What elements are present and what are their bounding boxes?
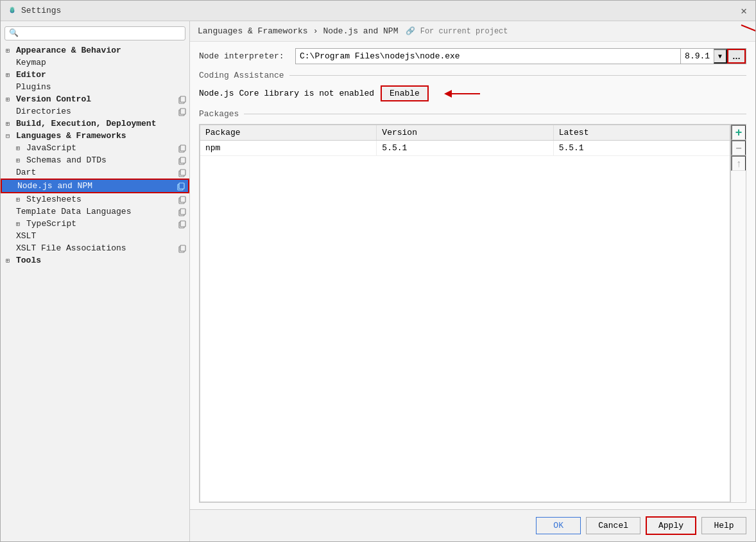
sidebar-item-directories[interactable]: Directories	[1, 105, 189, 118]
sidebar-item-build[interactable]: ⊞ Build, Execution, Deployment	[1, 118, 189, 130]
sidebar: ⊞ Appearance & Behavior Keymap ⊞ Editor …	[1, 21, 190, 541]
breadcrumb-path: Languages & Frameworks	[198, 26, 308, 36]
expand-icon: ⊞	[6, 47, 13, 55]
close-button[interactable]: ✕	[739, 6, 749, 16]
coding-assistance-row: Node.js Core library is not enabled Enab…	[199, 85, 746, 101]
sidebar-item-label: TypeScript	[26, 219, 76, 229]
cell-latest: 5.5.1	[554, 141, 730, 155]
copy-icon	[178, 168, 187, 177]
library-message: Node.js Core library is not enabled	[199, 89, 374, 98]
node-interpreter-row: Node interpreter: 8.9.1 ▼ …	[199, 48, 746, 64]
sidebar-item-xslt[interactable]: XSLT	[1, 230, 189, 242]
help-button[interactable]: Help	[701, 517, 746, 534]
apply-button[interactable]: Apply	[646, 516, 696, 535]
right-panel: Languages & Frameworks › Node.js and NPM…	[190, 21, 755, 509]
copy-icon	[178, 95, 187, 104]
copy-icon	[178, 207, 187, 216]
node-interpreter-input[interactable]	[296, 49, 680, 64]
svg-rect-14	[180, 197, 185, 202]
node-interpreter-label: Node interpreter:	[199, 51, 295, 61]
sidebar-item-stylesheets[interactable]: ⊞ Stylesheets	[1, 193, 189, 205]
title-bar-left: Settings	[7, 6, 61, 16]
bottom-bar: OK Cancel Apply Help	[190, 509, 755, 541]
expand-icon: ⊞	[16, 220, 24, 228]
expand-minus-icon: ⊟	[6, 132, 13, 140]
enable-button[interactable]: Enable	[381, 85, 429, 101]
svg-rect-8	[180, 157, 185, 163]
sidebar-item-label: Schemas and DTDs	[26, 155, 107, 165]
table-header: Package Version Latest	[200, 125, 730, 141]
sidebar-item-label: Stylesheets	[26, 195, 82, 204]
sidebar-item-template-data[interactable]: Template Data Languages	[1, 205, 189, 218]
title-bar: Settings ✕	[1, 1, 755, 21]
svg-rect-12	[179, 183, 184, 189]
coding-assistance-section: Coding Assistance	[199, 71, 746, 80]
copy-icon	[178, 144, 187, 153]
expand-icon: ⊞	[16, 157, 24, 164]
breadcrumb-project: 🔗 For current project	[406, 26, 508, 36]
sidebar-item-typescript[interactable]: ⊞ TypeScript	[1, 218, 189, 230]
sidebar-item-label: Template Data Languages	[16, 207, 131, 216]
svg-rect-10	[180, 170, 185, 175]
copy-icon	[178, 107, 187, 116]
svg-rect-20	[180, 245, 185, 251]
expand-icon: ⊞	[6, 71, 13, 79]
breadcrumb-current: Node.js and NPM	[323, 26, 398, 36]
move-up-button[interactable]: ↑	[731, 155, 746, 171]
svg-rect-18	[180, 221, 185, 227]
right-panel-wrapper: Languages & Frameworks › Node.js and NPM…	[190, 21, 755, 541]
sidebar-item-label: Tools	[16, 256, 41, 265]
sidebar-item-label: Version Control	[16, 94, 91, 104]
add-package-button[interactable]: +	[731, 125, 746, 140]
sidebar-item-editor[interactable]: ⊞ Editor	[1, 69, 189, 81]
sidebar-item-tools[interactable]: ⊞ Tools	[1, 254, 189, 267]
settings-window: Settings ✕ ⊞ Appearance & Behavior Keyma…	[0, 0, 756, 542]
sidebar-item-label: Dart	[16, 168, 36, 177]
breadcrumb-separator: ›	[313, 26, 318, 36]
window-title: Settings	[21, 6, 61, 15]
cancel-button[interactable]: Cancel	[586, 517, 640, 534]
expand-icon: ⊞	[16, 144, 24, 152]
packages-table-wrapper: Package Version Latest	[199, 124, 746, 503]
sidebar-item-plugins[interactable]: Plugins	[1, 81, 189, 93]
sidebar-item-label: Keymap	[16, 58, 46, 67]
ok-button[interactable]: OK	[536, 517, 581, 534]
sidebar-item-label: JavaScript	[26, 143, 76, 153]
cell-package: npm	[200, 141, 377, 155]
table-body: npm 5.5.1 5.5.1	[200, 141, 730, 502]
copy-icon	[178, 220, 187, 229]
remove-package-button[interactable]: −	[731, 140, 746, 155]
sidebar-item-appearance[interactable]: ⊞ Appearance & Behavior	[1, 44, 189, 57]
expand-icon: ⊞	[16, 196, 24, 204]
search-box[interactable]	[4, 26, 185, 40]
sidebar-item-label: Editor	[16, 70, 46, 80]
sidebar-item-dart[interactable]: Dart	[1, 166, 189, 179]
sidebar-item-javascript[interactable]: ⊞ JavaScript	[1, 142, 189, 154]
sidebar-item-nodejs[interactable]: Node.js and NPM	[1, 179, 189, 193]
expand-icon: ⊞	[6, 96, 13, 103]
sidebar-item-label: Node.js and NPM	[17, 181, 92, 191]
packages-section: Packages Package Version	[199, 109, 746, 503]
search-input[interactable]	[4, 26, 185, 40]
packages-table: Package Version Latest	[200, 125, 730, 502]
sidebar-item-label: Appearance & Behavior	[16, 46, 121, 55]
copy-icon	[178, 244, 187, 253]
breadcrumb: Languages & Frameworks › Node.js and NPM…	[190, 21, 755, 42]
sidebar-item-xslt-file[interactable]: XSLT File Associations	[1, 242, 189, 254]
sidebar-item-version-control[interactable]: ⊞ Version Control	[1, 93, 189, 105]
node-interpreter-more-button[interactable]: …	[727, 49, 746, 64]
packages-section-label: Packages	[199, 109, 746, 119]
sidebar-item-keymap[interactable]: Keymap	[1, 57, 189, 69]
sidebar-item-label: Build, Execution, Deployment	[16, 119, 156, 128]
copy-icon	[176, 182, 185, 191]
sidebar-item-languages[interactable]: ⊟ Languages & Frameworks	[1, 130, 189, 142]
table-row[interactable]: npm 5.5.1 5.5.1	[200, 141, 730, 156]
cell-version: 5.5.1	[377, 141, 553, 155]
node-version: 8.9.1	[680, 49, 714, 64]
node-interpreter-dropdown[interactable]: ▼	[714, 49, 727, 64]
sidebar-item-schemas[interactable]: ⊞ Schemas and DTDs	[1, 154, 189, 166]
sidebar-item-label: Directories	[16, 107, 71, 116]
col-package: Package	[200, 125, 377, 140]
svg-rect-16	[180, 209, 185, 214]
svg-rect-2	[180, 96, 185, 102]
